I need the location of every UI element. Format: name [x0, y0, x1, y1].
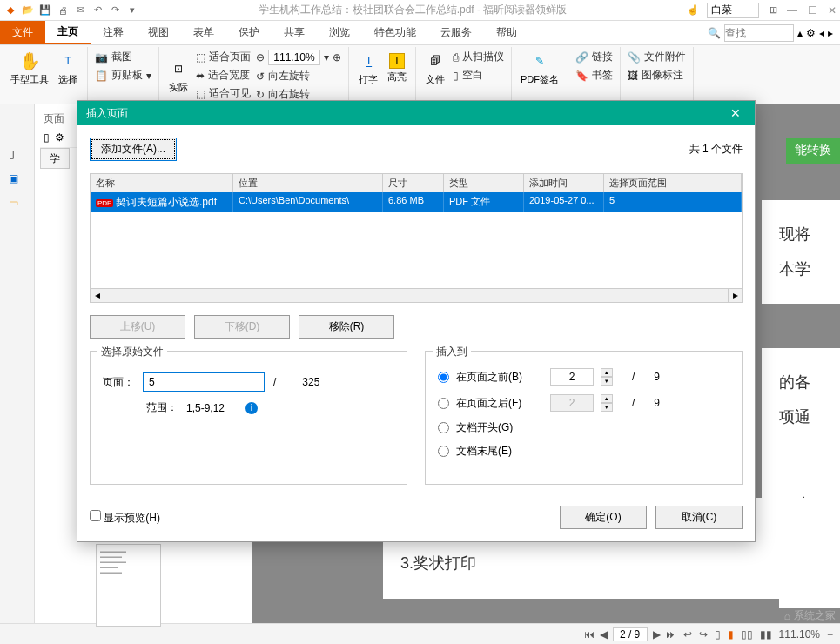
col-range[interactable]: 选择页面范围 — [604, 174, 742, 192]
col-time[interactable]: 添加时间 — [524, 174, 604, 192]
actual-size-button[interactable]: ⊡ 实际 — [165, 49, 192, 103]
fit-width-button[interactable]: ⬌适合宽度 — [194, 67, 252, 84]
print-icon[interactable]: 🖨 — [56, 3, 70, 17]
attachment-button[interactable]: 📎文件附件 — [626, 49, 688, 65]
menu-tab-help[interactable]: 帮助 — [484, 21, 529, 44]
bookmark-button[interactable]: 🔖书签 — [574, 67, 615, 84]
blank-button[interactable]: ▯空白 — [451, 67, 506, 84]
view-continuous-icon[interactable]: ▮ — [728, 628, 734, 641]
info-icon[interactable]: i — [245, 402, 258, 414]
pdf-sign-button[interactable]: ✎PDF签名 — [517, 49, 562, 88]
nav-fwd-icon[interactable]: ↪ — [699, 628, 708, 641]
menu-tab-share[interactable]: 共享 — [272, 21, 317, 44]
minimize-button[interactable]: — — [787, 4, 797, 17]
typewriter-button[interactable]: T̲打字 — [354, 49, 382, 88]
menu-file[interactable]: 文件 — [0, 21, 45, 44]
table-row[interactable]: PDF契诃夫短篇小说选.pdf C:\Users\Ben\Documents\ … — [91, 192, 742, 212]
hand-pointer-icon[interactable]: ☝ — [686, 3, 700, 17]
show-preview-checkbox[interactable]: 显示预览(H) — [90, 510, 160, 526]
page-thumbnails-icon[interactable]: ▯ — [9, 148, 26, 165]
search-icon[interactable]: 🔍 — [708, 27, 721, 39]
menu-tab-comment[interactable]: 注释 — [91, 21, 136, 44]
view-facing-icon[interactable]: ▯▯ — [741, 628, 753, 641]
fit-page-button[interactable]: ⬚适合页面 — [194, 49, 252, 65]
prev-page-icon[interactable]: ◀ — [600, 628, 608, 641]
convert-badge[interactable]: 能转换 — [786, 138, 840, 164]
menu-tab-protect[interactable]: 保护 — [226, 21, 272, 44]
menu-tab-form[interactable]: 表单 — [181, 21, 226, 44]
scanner-button[interactable]: ⎙从扫描仪 — [451, 49, 506, 65]
cancel-button[interactable]: 取消(C) — [655, 506, 743, 529]
nav-back-icon[interactable]: ↩ — [683, 628, 692, 641]
image-note-button[interactable]: 🖼图像标注 — [626, 67, 688, 84]
menu-tab-view[interactable]: 视图 — [136, 21, 181, 44]
menu-tab-cloud[interactable]: 云服务 — [428, 21, 484, 44]
col-size[interactable]: 尺寸 — [383, 174, 444, 192]
radio-end[interactable] — [438, 446, 449, 457]
add-file-button[interactable]: 添加文件(A)... — [90, 138, 177, 161]
doc-tab[interactable]: 学 — [40, 148, 70, 169]
bookmarks-icon[interactable]: ▭ — [9, 197, 26, 214]
col-type[interactable]: 类型 — [444, 174, 524, 192]
hand-tool[interactable]: ✋ 手型工具 — [7, 49, 52, 88]
zoom-input[interactable] — [268, 50, 320, 65]
ok-button[interactable]: 确定(O) — [560, 506, 647, 529]
user-field[interactable] — [707, 3, 759, 18]
next-page-icon[interactable]: ▶ — [653, 628, 661, 641]
view-cont-facing-icon[interactable]: ▮▮ — [760, 628, 772, 641]
menu-expand-icon[interactable]: ▴ — [797, 27, 803, 39]
last-page-icon[interactable]: ⏭ — [666, 628, 676, 641]
scanner-icon: ⎙ — [453, 51, 459, 64]
typewriter-icon: T̲ — [358, 50, 379, 71]
select-tool[interactable]: Ꭲ 选择 — [54, 49, 82, 88]
before-page-input[interactable] — [550, 368, 594, 386]
panel-settings-icon[interactable]: ⚙ — [55, 131, 64, 144]
radio-after[interactable] — [438, 398, 449, 409]
page-thumbnail[interactable]: ▬▬▬▬▬▬▬▬▬▬▬▬▬▬▬▬▬▬▬▬▬▬▬▬▬▬ — [96, 544, 161, 627]
close-button[interactable]: ✕ — [828, 4, 837, 17]
email-icon[interactable]: ✉ — [73, 3, 87, 17]
file-button[interactable]: 🗐文件 — [421, 49, 449, 88]
view-single-icon[interactable]: ▯ — [715, 628, 721, 641]
file-table: 名称 位置 尺寸 类型 添加时间 选择页面范围 PDF契诃夫短篇小说选.pdf … — [90, 173, 743, 303]
undo-icon[interactable]: ↶ — [91, 3, 104, 17]
link-button[interactable]: 🔗链接 — [574, 49, 615, 65]
rotate-left-button[interactable]: ↺向左旋转 — [254, 68, 343, 84]
panel-icon[interactable]: ▯ — [44, 131, 50, 144]
menu-tab-browse[interactable]: 浏览 — [317, 21, 362, 44]
clipboard-button[interactable]: 📋剪贴板▾ — [93, 67, 153, 84]
menu-tab-features[interactable]: 特色功能 — [362, 21, 428, 44]
spin-down-icon[interactable]: ▾ — [601, 377, 613, 386]
save-icon[interactable]: 💾 — [38, 3, 52, 17]
spin-up-icon[interactable]: ▴ — [601, 368, 613, 377]
zoom-in-icon[interactable]: ⊕ — [333, 51, 341, 64]
col-location[interactable]: 位置 — [233, 174, 383, 192]
first-page-icon[interactable]: ⏮ — [584, 628, 595, 641]
dropdown-icon[interactable]: ▾ — [125, 3, 139, 17]
next-icon[interactable]: ▸ — [828, 27, 833, 39]
open-icon[interactable]: 📂 — [21, 3, 35, 17]
zoom-out-status-icon[interactable]: − — [827, 628, 833, 641]
snapshot-button[interactable]: 📷截图 — [93, 49, 153, 65]
settings-icon[interactable]: ⚙ — [806, 27, 816, 39]
page-input[interactable] — [613, 627, 648, 641]
layers-icon[interactable]: ▣ — [9, 172, 26, 190]
page-range-input[interactable] — [143, 372, 265, 392]
radio-start[interactable] — [438, 422, 449, 433]
apps-icon[interactable]: ⊞ — [766, 3, 780, 17]
search-input[interactable] — [724, 24, 794, 42]
col-name[interactable]: 名称 — [91, 174, 233, 192]
dialog-titlebar[interactable]: 插入页面 ✕ — [77, 101, 755, 125]
move-down-button[interactable]: 下移(D) — [194, 315, 290, 339]
radio-before[interactable] — [438, 372, 449, 383]
remove-button[interactable]: 移除(R) — [299, 315, 394, 339]
table-hscroll[interactable]: ◂▸ — [91, 288, 742, 302]
dialog-close-button[interactable]: ✕ — [725, 106, 746, 120]
maximize-button[interactable]: ☐ — [808, 4, 817, 17]
move-up-button[interactable]: 上移(U) — [90, 315, 185, 339]
prev-icon[interactable]: ◂ — [819, 27, 824, 39]
menu-tab-home[interactable]: 主页 — [45, 21, 91, 44]
redo-icon[interactable]: ↷ — [108, 3, 122, 17]
zoom-out-icon[interactable]: ⊖ — [256, 51, 265, 64]
highlight-button[interactable]: T高亮 — [384, 49, 410, 88]
